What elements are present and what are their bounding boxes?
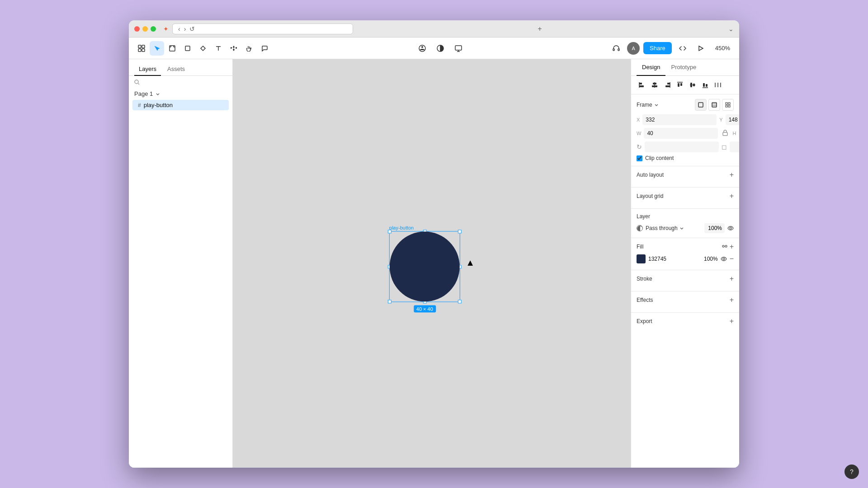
zoom-level[interactable]: 450% (712, 43, 734, 53)
frame-type-vertical[interactable] (695, 99, 707, 111)
layer-item-play-button[interactable]: # play-button (132, 100, 229, 110)
nav-back[interactable]: ‹ (176, 24, 182, 33)
y-label: Y (719, 117, 722, 122)
svg-rect-32 (703, 83, 705, 87)
layout-grid-header: Layout grid + (637, 192, 734, 200)
selection-box[interactable]: 40 × 40 (389, 231, 460, 302)
clip-content-checkbox[interactable] (637, 155, 642, 161)
corner-input[interactable]: 100 (730, 141, 739, 152)
frame-type-auto[interactable] (708, 99, 720, 111)
tool-multiplayer[interactable] (415, 41, 429, 56)
code-view-button[interactable] (675, 41, 690, 56)
layout-grid-add[interactable]: + (730, 192, 734, 200)
user-avatar[interactable]: A (627, 42, 640, 55)
distribute[interactable] (712, 80, 723, 90)
svg-rect-38 (698, 103, 703, 107)
x-input[interactable] (642, 114, 717, 125)
constrain-proportions[interactable] (721, 130, 730, 137)
align-middle-v[interactable] (687, 80, 698, 90)
nav-reload[interactable]: ↺ (188, 24, 197, 33)
layout-grid-label: Layout grid (637, 193, 663, 199)
y-input[interactable] (726, 114, 739, 125)
help-button[interactable]: ? (844, 465, 859, 479)
svg-rect-18 (639, 85, 644, 87)
svg-rect-0 (138, 45, 141, 48)
tab-prototype[interactable]: Prototype (665, 59, 702, 76)
tool-frame[interactable] (165, 41, 179, 56)
svg-rect-4 (170, 46, 175, 51)
align-center-h[interactable] (649, 80, 660, 90)
h-input[interactable] (739, 128, 739, 139)
align-top[interactable] (675, 80, 685, 90)
svg-point-48 (722, 245, 724, 247)
stroke-add[interactable]: + (730, 275, 734, 283)
fill-remove[interactable]: − (730, 255, 734, 263)
canvas[interactable]: play-button 40 × 40 ▲ (233, 59, 631, 468)
alignment-row (631, 76, 739, 94)
toolbar: A Share 450% (129, 38, 739, 59)
tool-text[interactable] (211, 41, 226, 56)
svg-rect-40 (726, 103, 727, 104)
tool-select[interactable] (150, 41, 164, 56)
fill-adjust-btn[interactable] (722, 243, 728, 251)
blend-mode-dropdown[interactable]: Pass through (646, 225, 702, 231)
new-tab-button[interactable]: + (355, 25, 725, 33)
layer-visibility-toggle[interactable] (727, 225, 734, 232)
chevron-down-icon (156, 92, 160, 96)
share-button[interactable]: Share (643, 42, 672, 54)
tab-layers[interactable]: Layers (134, 63, 161, 76)
search-area (129, 76, 232, 89)
export-section-header: Export + (637, 317, 734, 325)
auto-layout-add[interactable]: + (730, 171, 734, 179)
tool-hand[interactable] (242, 41, 256, 56)
page-selector[interactable]: Page 1 (129, 89, 232, 99)
export-add[interactable]: + (730, 317, 734, 325)
size-label: 40 × 40 (414, 305, 436, 313)
handle-bottom-left[interactable] (388, 300, 392, 304)
effects-add[interactable]: + (730, 296, 734, 304)
fill-color-swatch[interactable] (637, 254, 646, 263)
frame-grid-btn[interactable] (722, 99, 734, 111)
panel-tabs: Layers Assets (129, 59, 232, 76)
tool-present[interactable] (451, 41, 466, 56)
handle-bottom-right[interactable] (458, 300, 462, 304)
svg-rect-14 (618, 49, 619, 51)
svg-rect-9 (185, 46, 190, 51)
nav-forward[interactable]: › (182, 24, 188, 33)
handle-top-right[interactable] (458, 230, 462, 234)
tool-grid[interactable] (134, 41, 149, 56)
align-right[interactable] (662, 80, 673, 90)
rotation-label: ↻ (637, 143, 642, 150)
layer-section-label: Layer (637, 213, 650, 220)
fill-visibility-toggle[interactable] (721, 256, 727, 263)
rotation-input[interactable]: 0° (645, 141, 719, 152)
tab-assets[interactable]: Assets (163, 63, 189, 76)
effects-section-header: Effects + (637, 296, 734, 304)
svg-rect-26 (678, 83, 679, 87)
fill-hex-value[interactable]: 132745 (648, 256, 699, 262)
tool-shape[interactable] (180, 41, 195, 56)
maximize-button[interactable] (151, 26, 156, 32)
fill-add[interactable]: + (730, 243, 734, 251)
url-bar[interactable]: ‹ › ↺ (172, 23, 353, 34)
page-name: Page 1 (134, 90, 153, 97)
tool-component[interactable] (226, 41, 241, 56)
svg-rect-12 (455, 46, 462, 50)
fill-opacity-value[interactable]: 100% (702, 256, 718, 262)
w-input[interactable] (644, 128, 718, 139)
tool-theme[interactable] (433, 41, 448, 56)
play-button[interactable] (693, 41, 708, 56)
tool-pen[interactable] (196, 41, 210, 56)
tool-comment[interactable] (257, 41, 272, 56)
corner-label: ◻ (722, 143, 727, 150)
align-left[interactable] (637, 80, 647, 90)
expand-button[interactable]: ⌄ (728, 25, 734, 33)
close-button[interactable] (134, 26, 140, 32)
opacity-input[interactable] (704, 223, 725, 233)
handle-top-left[interactable] (388, 230, 392, 234)
tool-headphones[interactable] (609, 41, 623, 56)
minimize-button[interactable] (142, 26, 148, 32)
left-panel: Layers Assets Page 1 # play-button (129, 59, 233, 468)
align-bottom[interactable] (700, 80, 711, 90)
tab-design[interactable]: Design (637, 59, 665, 76)
